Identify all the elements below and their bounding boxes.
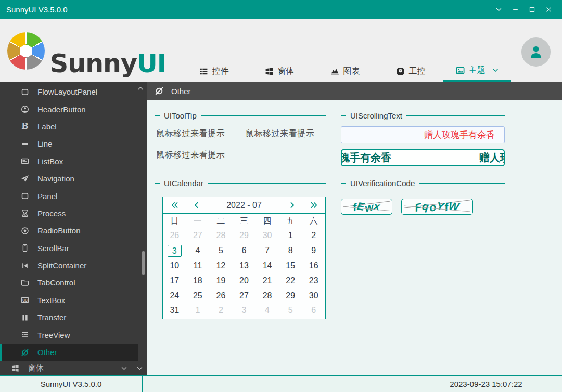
sidebar-scroll-up-icon[interactable] bbox=[137, 85, 144, 92]
sidebar-item-listbox[interactable]: ListBox bbox=[0, 153, 147, 170]
calendar-day[interactable]: 26 bbox=[209, 288, 233, 303]
calendar-day[interactable]: 27 bbox=[186, 228, 210, 243]
calendar-day[interactable]: 5 bbox=[209, 243, 233, 258]
calendar-day[interactable]: 19 bbox=[209, 273, 233, 288]
double-chevron-right-icon bbox=[310, 201, 318, 209]
calendar-day[interactable]: 7 bbox=[256, 243, 279, 258]
sidebar-item-label: TabControl bbox=[37, 278, 75, 287]
calendar-day[interactable]: 1 bbox=[186, 303, 210, 318]
next-year-button[interactable] bbox=[302, 197, 325, 213]
calendar-day[interactable]: 3 bbox=[233, 303, 256, 318]
calendar-day[interactable]: 17 bbox=[163, 273, 186, 288]
sidebar-item-splitcontainer[interactable]: SplitContainer bbox=[0, 257, 147, 274]
calendar-day[interactable]: 30 bbox=[256, 228, 279, 243]
groupbox-dash bbox=[155, 115, 160, 116]
tab-controls[interactable]: 控件 bbox=[181, 60, 247, 82]
calendar-day[interactable]: 12 bbox=[209, 258, 233, 273]
extend-button[interactable] bbox=[490, 2, 507, 17]
sidebar-item-tabcontrol[interactable]: TabControl bbox=[0, 274, 147, 291]
calendar-day[interactable]: 29 bbox=[279, 288, 302, 303]
calendar-day[interactable]: 8 bbox=[279, 243, 302, 258]
calendar-weekday: 六 bbox=[302, 216, 325, 227]
sidebar-group-forms[interactable]: 窗体 bbox=[0, 361, 147, 375]
prev-month-button[interactable] bbox=[186, 197, 207, 213]
calendar-day[interactable]: 16 bbox=[302, 258, 325, 273]
calendar-day[interactable]: 30 bbox=[302, 288, 325, 303]
sidebar-item-radiobutton[interactable]: RadioButton bbox=[0, 222, 147, 239]
sidebar-item-flowlayoutpanel[interactable]: FlowLayoutPanel bbox=[0, 83, 147, 100]
sidebar-scrollbar-thumb[interactable] bbox=[142, 251, 145, 275]
calendar-day[interactable]: 20 bbox=[233, 273, 256, 288]
calendar-day[interactable]: 6 bbox=[233, 243, 256, 258]
tooltip-label[interactable]: 鼠标移过来看提示 bbox=[246, 128, 314, 139]
calendar-day-number: 2 bbox=[219, 306, 223, 315]
sidebar-item-other[interactable]: Other bbox=[0, 344, 138, 361]
calendar-day[interactable]: 2 bbox=[302, 228, 325, 243]
calendar-day[interactable]: 14 bbox=[256, 258, 279, 273]
calendar-day[interactable]: 26 bbox=[163, 228, 186, 243]
calendar-day[interactable]: 18 bbox=[186, 273, 210, 288]
avatar[interactable] bbox=[521, 37, 551, 67]
sidebar-item-panel[interactable]: Panel bbox=[0, 187, 147, 204]
calendar-day[interactable]: 13 bbox=[233, 258, 256, 273]
tab-industrial[interactable]: 工控 bbox=[378, 60, 443, 82]
calendar-day-number: 1 bbox=[195, 306, 200, 315]
chevron-down-icon bbox=[495, 6, 502, 13]
tab-charts[interactable]: 图表 bbox=[312, 60, 378, 82]
calendar-header: 2022 - 07 bbox=[163, 197, 325, 214]
calendar-day[interactable]: 2 bbox=[209, 303, 233, 318]
chevron-right-icon bbox=[288, 201, 296, 209]
calendar-day[interactable]: 15 bbox=[279, 258, 302, 273]
sidebar-scroll-down-icon[interactable] bbox=[136, 365, 143, 372]
calendar-day[interactable]: 24 bbox=[163, 288, 186, 303]
calendar-day[interactable]: 25 bbox=[186, 288, 210, 303]
calendar-day[interactable]: 28 bbox=[256, 288, 279, 303]
prev-year-button[interactable] bbox=[163, 197, 186, 213]
calendar-day[interactable]: 1 bbox=[279, 228, 302, 243]
calendar-day-number: 28 bbox=[216, 231, 226, 240]
tab-forms[interactable]: 窗体 bbox=[247, 60, 312, 82]
minimize-button[interactable] bbox=[507, 2, 523, 17]
sidebar-item-textbox[interactable]: CCTextBox bbox=[0, 292, 147, 309]
calendar-day[interactable]: 21 bbox=[256, 273, 279, 288]
next-month-button[interactable] bbox=[282, 197, 302, 213]
calendar-day[interactable]: 6 bbox=[302, 303, 325, 318]
calendar-day-selected[interactable]: 3 bbox=[163, 243, 186, 258]
calendar-day[interactable]: 29 bbox=[233, 228, 256, 243]
close-button[interactable] bbox=[540, 2, 557, 17]
scrolling-text-box-2[interactable]: 瑰手有余香 赠人玫 bbox=[341, 149, 505, 166]
verification-code-box[interactable]: FqoYfW bbox=[401, 199, 473, 215]
sidebar-item-label: Other bbox=[37, 348, 57, 357]
calendar-day[interactable]: 22 bbox=[279, 273, 302, 288]
sidebar-item-label: Line bbox=[37, 139, 52, 148]
tab-label: 窗体 bbox=[278, 66, 295, 77]
calendar-day[interactable]: 28 bbox=[209, 228, 233, 243]
calendar-day-number: 5 bbox=[219, 246, 223, 255]
sidebar-item-scrollbar[interactable]: ScrollBar bbox=[0, 240, 147, 257]
sidebar-item-treeview[interactable]: TreeView bbox=[0, 326, 147, 343]
calendar-day[interactable]: 9 bbox=[302, 243, 325, 258]
tab-theme[interactable]: 主题 bbox=[443, 60, 511, 82]
calendar-day[interactable]: 31 bbox=[163, 303, 186, 318]
sidebar-item-navigation[interactable]: Navigation bbox=[0, 170, 147, 187]
sidebar-item-process[interactable]: Process bbox=[0, 205, 147, 222]
calendar-day[interactable]: 23 bbox=[302, 273, 325, 288]
verification-code-box[interactable]: fEwx bbox=[341, 199, 392, 215]
scrolling-text-box-1[interactable]: 赠人玫瑰手有余香 bbox=[341, 126, 505, 143]
calendar-day[interactable]: 5 bbox=[279, 303, 302, 318]
tooltip-label[interactable]: 鼠标移过来看提示 bbox=[156, 128, 225, 139]
groupbox-dash bbox=[341, 183, 346, 184]
calendar-day-number: 22 bbox=[286, 276, 295, 285]
sidebar-item-line[interactable]: Line bbox=[0, 135, 147, 152]
calendar-day[interactable]: 4 bbox=[256, 303, 279, 318]
calendar-day[interactable]: 10 bbox=[163, 258, 186, 273]
tooltip-label[interactable]: 鼠标移过来看提示 bbox=[156, 150, 225, 159]
calendar-day[interactable]: 4 bbox=[186, 243, 210, 258]
sidebar-item-label[interactable]: BLabel bbox=[0, 118, 147, 135]
calendar-day[interactable]: 27 bbox=[233, 288, 256, 303]
sidebar-item-transfer[interactable]: Transfer bbox=[0, 309, 147, 326]
calendar-day[interactable]: 11 bbox=[186, 258, 210, 273]
maximize-button[interactable] bbox=[523, 2, 540, 17]
group-collapse-chevron-icon[interactable] bbox=[121, 365, 127, 372]
sidebar-item-headerbutton[interactable]: HeaderButton bbox=[0, 100, 147, 117]
